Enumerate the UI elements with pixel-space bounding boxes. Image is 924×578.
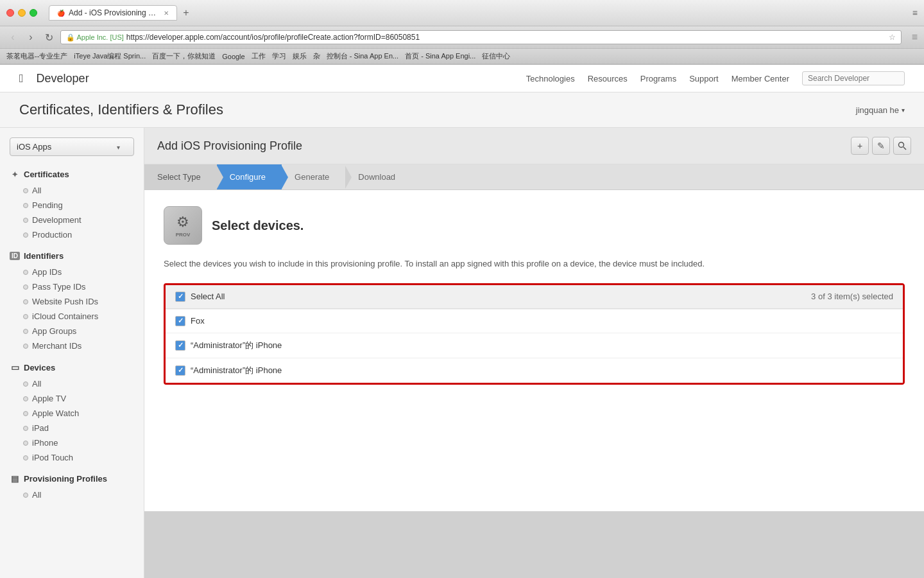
browser-menu-button[interactable]: ≡ [912, 31, 918, 43]
bookmark-item[interactable]: Google [222, 53, 244, 60]
sidebar-item-certs-all[interactable]: All [0, 183, 144, 198]
sidebar-item-devices-ipod-touch[interactable]: iPod Touch [0, 450, 144, 465]
sidebar-platform-select-container: iOS Apps ▾ [10, 137, 134, 156]
nav-technologies[interactable]: Technologies [526, 74, 575, 83]
sidebar-item-label: All [32, 186, 41, 195]
device-checkbox-admin1[interactable]: ✓ [175, 340, 185, 351]
sidebar-item-label: iCloud Containers [32, 311, 98, 321]
sidebar-item-label: Production [32, 230, 72, 240]
sidebar-item-label: Apple Watch [32, 408, 79, 418]
step-label: Select Type [157, 172, 201, 182]
dot-icon [23, 188, 28, 193]
window-menu-button[interactable]: ≡ [912, 8, 918, 18]
search-button[interactable] [893, 137, 911, 155]
certificates-label: Certificates [24, 170, 69, 179]
address-bar[interactable]: 🔒 Apple Inc. [US] https://developer.appl… [60, 30, 902, 44]
checkmark-icon: ✓ [178, 292, 184, 301]
search-input[interactable] [802, 71, 905, 85]
nav-programs[interactable]: Programs [640, 74, 676, 83]
browser-addressbar: ‹ › ↻ 🔒 Apple Inc. [US] https://develope… [0, 26, 924, 49]
dot-icon [23, 203, 28, 208]
device-row-admin-iphone-1[interactable]: ✓ “Administrator”的 iPhone [166, 333, 903, 358]
svg-line-1 [903, 147, 906, 150]
device-name-admin-iphone-1: “Administrator”的 iPhone [191, 340, 282, 351]
steps-bar: Select Type Configure Generate Download [144, 164, 924, 190]
dot-icon [23, 232, 28, 238]
edit-button[interactable]: ✎ [872, 137, 890, 155]
content-area: Add iOS Provisioning Profile + ✎ Select … [144, 128, 924, 578]
device-checkbox-admin2[interactable]: ✓ [175, 365, 185, 376]
bookmark-item[interactable]: 工作 [252, 51, 266, 61]
page-titlebar: Certificates, Identifiers & Profiles jin… [0, 92, 924, 128]
bookmark-item[interactable]: iTeye Java编程 Sprin... [74, 51, 146, 61]
sidebar-item-app-groups[interactable]: App Groups [0, 324, 144, 338]
dot-icon [23, 329, 28, 334]
page-title: Certificates, Identifiers & Profiles [19, 101, 223, 118]
search-icon [898, 141, 907, 150]
developer-brand-text: Developer [37, 72, 89, 85]
sidebar-item-merchant-ids[interactable]: Merchant IDs [0, 338, 144, 353]
bookmark-item[interactable]: 杂 [313, 51, 320, 61]
content-title: Add iOS Provisioning Profile [157, 139, 302, 153]
device-row-admin-iphone-2[interactable]: ✓ “Administrator”的 iPhone [166, 358, 903, 383]
content-footer [144, 511, 924, 578]
sidebar-item-label: Apple TV [32, 394, 66, 403]
sidebar-item-devices-iphone[interactable]: iPhone [0, 435, 144, 450]
sidebar-item-certs-production[interactable]: Production [0, 227, 144, 242]
reload-button[interactable]: ↻ [42, 31, 55, 44]
dot-icon [23, 426, 28, 431]
gear-icon: ⚙ [176, 214, 189, 231]
dot-icon [23, 441, 28, 446]
sidebar-item-label: App IDs [32, 267, 62, 277]
bookmark-item[interactable]: 征信中心 [482, 51, 510, 61]
sidebar-item-devices-ipad[interactable]: iPad [0, 421, 144, 435]
step-download[interactable]: Download [345, 164, 408, 189]
sidebar: iOS Apps ▾ ✦ Certificates All Pending [0, 128, 144, 578]
select-all-checkbox[interactable]: ✓ [175, 292, 185, 302]
active-tab[interactable]: 🍎 Add - iOS Provisioning Pro... ✕ [49, 5, 177, 21]
bookmark-item[interactable]: 茶茗电器--专业生产 [6, 51, 67, 61]
sidebar-item-certs-development[interactable]: Development [0, 213, 144, 227]
step-select-type[interactable]: Select Type [144, 164, 217, 189]
step-generate[interactable]: Generate [282, 164, 345, 189]
nav-resources[interactable]: Resources [588, 74, 628, 83]
add-button[interactable]: + [851, 137, 869, 155]
new-tab-button[interactable]: + [180, 7, 193, 19]
maximize-button[interactable] [30, 9, 37, 17]
sidebar-item-devices-apple-watch[interactable]: Apple Watch [0, 406, 144, 421]
device-name-admin-iphone-2: “Administrator”的 iPhone [191, 365, 282, 376]
platform-select[interactable]: iOS Apps [10, 137, 134, 156]
sidebar-item-label: Website Push IDs [32, 297, 98, 306]
back-button[interactable]: ‹ [6, 31, 19, 43]
sidebar-section-certificates: ✦ Certificates All Pending Development [0, 166, 144, 242]
sidebar-item-devices-all[interactable]: All [0, 376, 144, 391]
sidebar-item-icloud-containers[interactable]: iCloud Containers [0, 309, 144, 324]
sidebar-item-pass-type-ids[interactable]: Pass Type IDs [0, 279, 144, 294]
device-row-fox[interactable]: ✓ Fox [166, 309, 903, 333]
forward-button[interactable]: › [24, 31, 37, 43]
provisioning-section-header: ▤ Provisioning Profiles [0, 470, 144, 487]
minimize-button[interactable] [18, 9, 26, 17]
bookmark-item[interactable]: 娱乐 [293, 51, 307, 61]
nav-support[interactable]: Support [689, 74, 719, 83]
sidebar-item-certs-pending[interactable]: Pending [0, 198, 144, 213]
bookmark-item[interactable]: 学习 [272, 51, 286, 61]
bookmark-item[interactable]: 首页 - Sina App Engi... [405, 51, 475, 61]
select-all-control[interactable]: ✓ Select All [175, 292, 225, 302]
tab-close-button[interactable]: ✕ [164, 10, 169, 17]
sidebar-item-provisioning-all[interactable]: All [0, 487, 144, 502]
step-configure[interactable]: Configure [217, 164, 282, 189]
sidebar-item-devices-apple-tv[interactable]: Apple TV [0, 391, 144, 406]
devices-icon: ▭ [10, 362, 20, 372]
device-checkbox-fox[interactable]: ✓ [175, 316, 185, 326]
user-menu[interactable]: jingquan he ▾ [856, 105, 905, 115]
bookmark-item[interactable]: 百度一下，你就知道 [152, 51, 216, 61]
bookmark-item[interactable]: 控制台 - Sina App En... [327, 51, 399, 61]
sidebar-item-app-ids[interactable]: App IDs [0, 265, 144, 279]
tab-label: Add - iOS Provisioning Pro... [69, 8, 160, 17]
close-button[interactable] [6, 9, 14, 17]
bookmark-star[interactable]: ☆ [889, 33, 896, 42]
nav-member-center[interactable]: Member Center [732, 74, 789, 83]
sidebar-item-website-push-ids[interactable]: Website Push IDs [0, 294, 144, 309]
step-label: Generate [295, 172, 329, 182]
